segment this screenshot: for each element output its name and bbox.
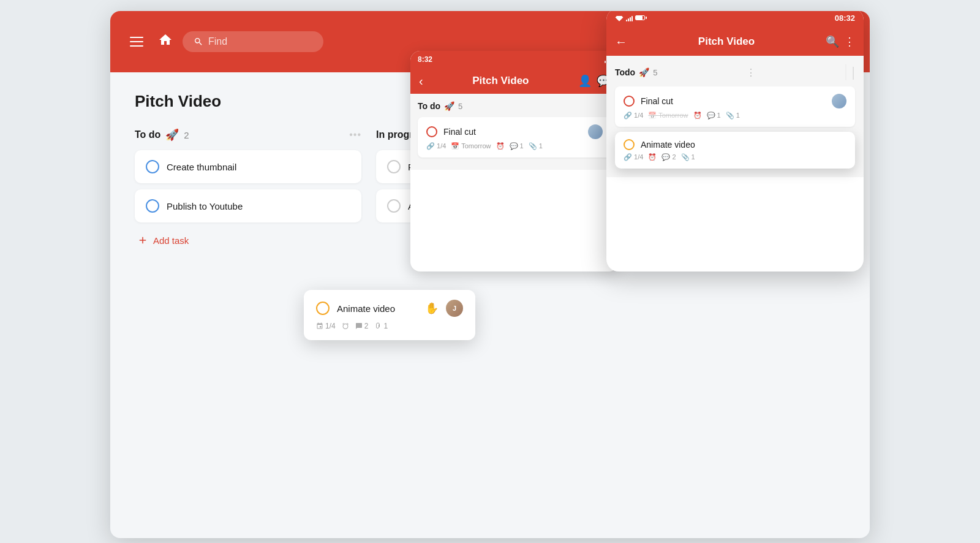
back-phone-time: 8:32 <box>418 55 432 64</box>
task-circle-blue-2 <box>146 199 159 213</box>
home-icon[interactable] <box>158 32 173 51</box>
column-title-todo: To do <box>135 129 160 140</box>
front-float-comments: 💬 2 <box>662 153 676 161</box>
back-section-count: 5 <box>458 102 462 111</box>
task-title-publish-youtube: Publish to Youtube <box>167 201 350 211</box>
front-float-circle <box>624 139 635 150</box>
back-task-avatar <box>588 124 603 139</box>
floating-card-meta: 1/4 2 1 <box>316 322 463 330</box>
back-section-title: To do <box>418 101 440 111</box>
back-subtask: 🔗 1/4 <box>426 142 446 150</box>
back-due: 📅 Tomorrow <box>451 142 491 150</box>
front-battery-icon <box>635 15 645 20</box>
float-attach: 1 <box>374 322 388 330</box>
page-title: Pitch Video <box>135 92 221 111</box>
front-floating-card[interactable]: Animate video 🔗 1/4 ⏰ 💬 2 📎 1 <box>615 132 855 169</box>
back-alarm: ⏰ <box>496 142 505 150</box>
mobile-front-device: 08:32 ← Pitch Video 🔍 ⋮ Todo <box>606 11 864 272</box>
column-header-todo: To do 🚀 2 ••• <box>135 128 361 142</box>
float-comments-count: 2 <box>364 322 369 330</box>
front-section-divider: | <box>845 64 855 80</box>
front-float-meta: 🔗 1/4 ⏰ 💬 2 📎 1 <box>624 153 846 161</box>
drag-handle-icon: ✋ <box>425 302 439 315</box>
front-task-meta: 🔗 1/4 📅 Tomorrow ⏰ 💬 1 📎 1 <box>624 112 846 120</box>
front-phone-back-arrow[interactable]: ← <box>615 35 627 49</box>
float-attach-count: 1 <box>383 322 388 330</box>
back-phone-user-icon[interactable]: 👤 <box>578 74 592 88</box>
task-circle-empty-2 <box>387 199 401 213</box>
front-signal-icon <box>626 14 633 21</box>
column-more-todo[interactable]: ••• <box>349 129 361 140</box>
front-task-final-cut[interactable]: Final cut 🔗 1/4 📅 Tomorrow ⏰ 💬 1 📎 1 <box>615 86 855 127</box>
front-phone-time: 08:32 <box>835 13 855 23</box>
task-card-publish-youtube[interactable]: Publish to Youtube <box>135 189 361 222</box>
front-float-attach: 📎 1 <box>681 153 695 161</box>
floating-card-circle <box>316 302 330 315</box>
main-content: Pitch Video 3 ••• <box>110 72 870 272</box>
front-task-circle <box>624 96 635 107</box>
add-task-label: Add task <box>153 235 189 246</box>
task-card-create-thumbnail[interactable]: Create thumbnail <box>135 150 361 183</box>
front-subtask: 🔗 1/4 <box>624 112 643 120</box>
float-comments: 2 <box>355 322 369 330</box>
task-circle-blue <box>146 160 159 173</box>
floating-drag-card[interactable]: Animate video ✋ J 1/4 2 1 <box>304 290 475 340</box>
search-bar[interactable] <box>183 31 323 52</box>
add-task-button[interactable]: Add task <box>135 229 361 252</box>
back-task-title: Final cut <box>443 127 582 137</box>
task-circle-empty <box>387 160 401 173</box>
front-section-count: 5 <box>653 68 657 77</box>
front-float-subtask: 🔗 1/4 <box>624 153 643 161</box>
front-task-avatar <box>832 94 846 108</box>
float-subtask: 1/4 <box>316 322 336 330</box>
search-input[interactable] <box>208 36 300 47</box>
column-count-todo: 2 <box>184 130 189 140</box>
task-title-create-thumbnail: Create thumbnail <box>167 162 350 172</box>
column-emoji-todo: 🚀 <box>165 128 179 142</box>
front-comments: 💬 1 <box>707 112 721 120</box>
front-task-title: Final cut <box>641 96 826 106</box>
float-alarm <box>342 322 349 330</box>
front-section-emoji: 🚀 <box>639 67 649 77</box>
app-container: 3/4 Pitch Video <box>110 11 870 538</box>
front-due: 📅 Tomorrow <box>648 112 688 120</box>
float-subtask-count: 1/4 <box>325 322 336 330</box>
back-task-circle <box>426 126 437 137</box>
back-section-emoji: 🚀 <box>444 101 454 111</box>
back-phone-back-arrow[interactable]: ‹ <box>419 74 423 88</box>
front-section-more[interactable]: ⋮ <box>746 67 756 78</box>
front-phone-more-icon[interactable]: ⋮ <box>844 35 855 48</box>
menu-icon[interactable] <box>130 37 143 47</box>
back-task-final-cut[interactable]: Final cut 🔗 1/4 📅 Tomorrow ⏰ 💬 1 📎 1 <box>418 117 611 158</box>
front-phone-search-icon[interactable]: 🔍 <box>826 35 839 48</box>
front-section-title: Todo <box>615 67 635 77</box>
front-alarm: ⏰ <box>693 112 702 120</box>
back-phone-title: Pitch Video <box>429 75 572 87</box>
front-float-alarm: ⏰ <box>648 153 657 161</box>
floating-card-title: Animate video <box>337 303 418 314</box>
front-attach: 📎 1 <box>726 112 740 120</box>
back-task-meta: 🔗 1/4 📅 Tomorrow ⏰ 💬 1 📎 1 <box>426 142 603 150</box>
floating-card-avatar: J <box>446 300 463 317</box>
back-attach: 📎 1 <box>529 142 543 150</box>
back-comments: 💬 1 <box>510 142 524 150</box>
front-float-title: Animate video <box>641 140 846 150</box>
mobile-back-device: 8:32 ‹ Pitch Video 👤 <box>410 51 619 272</box>
column-todo: To do 🚀 2 ••• Create thumbnail Publish t… <box>135 128 361 252</box>
front-phone-title: Pitch Video <box>633 36 820 48</box>
